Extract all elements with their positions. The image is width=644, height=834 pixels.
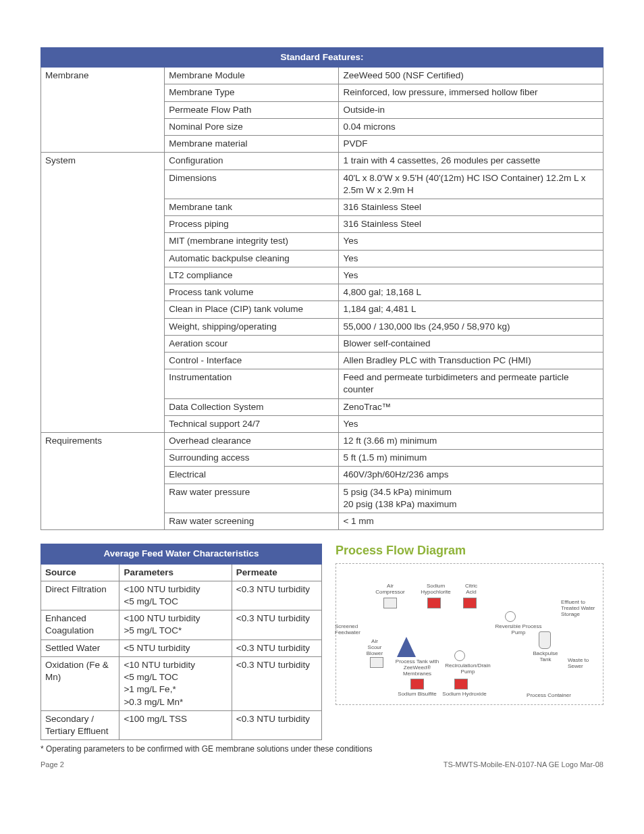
table-row: Secondary / Tertiary Effluent<100 mg/L T…: [41, 710, 322, 739]
feedwater-body: Direct Filtration<100 NTU turbidity<5 mg…: [41, 581, 322, 739]
param-label: Weight, shipping/operating: [165, 318, 339, 335]
parameters-cell: <100 NTU turbidity<5 mg/L TOC: [119, 581, 232, 610]
air-compressor-label: AirCompressor: [373, 583, 407, 595]
reversible-pump-label: Reversible ProcessPump: [491, 623, 545, 635]
table-header: Standard Features:: [41, 48, 603, 68]
backpulse-tank-icon: [539, 631, 551, 649]
backpulse-tank-label: BackpulseTank: [529, 650, 562, 662]
param-value: 5 psig (34.5 kPa) minimum20 psig (138 kP…: [339, 484, 603, 513]
effluent-label: Effluent toTreated WaterStorage: [561, 599, 601, 617]
param-value: Blower self-contained: [339, 335, 603, 352]
param-label: Data Collection System: [165, 398, 339, 415]
col-header: Permeate: [232, 564, 321, 581]
group-label: System: [41, 153, 165, 433]
recirc-pump-label: Recirculation/DrainPump: [441, 662, 495, 675]
param-label: Instrumentation: [165, 369, 339, 398]
param-label: Raw water pressure: [165, 484, 339, 513]
param-value: Yes: [339, 233, 603, 250]
param-label: Technical support 24/7: [165, 415, 339, 432]
group-label: Membrane: [41, 68, 165, 153]
param-value: Allen Bradley PLC with Transduction PC (…: [339, 352, 603, 369]
param-label: Electrical: [165, 467, 339, 484]
table-row: SystemConfiguration1 train with 4 casset…: [41, 153, 603, 170]
source-cell: Settled Water: [41, 640, 119, 656]
param-value: ZeeWeed 500 (NSF Certified): [339, 68, 603, 84]
param-value: PVDF: [339, 136, 603, 153]
param-value: Yes: [339, 267, 603, 284]
param-value: Yes: [339, 250, 603, 267]
param-label: Surrounding access: [165, 450, 339, 467]
source-cell: Secondary / Tertiary Effluent: [41, 710, 119, 739]
param-value: 316 Stainless Steel: [339, 216, 603, 233]
param-value: 1 train with 4 cassettes, 26 modules per…: [339, 153, 603, 170]
param-value: 1,184 gal; 4,481 L: [339, 301, 603, 318]
table-row: Settled Water<5 NTU turbidity<0.3 NTU tu…: [41, 640, 322, 656]
param-value: Reinforced, low pressure, immersed hollo…: [339, 84, 603, 101]
features-body: MembraneMembrane ModuleZeeWeed 500 (NSF …: [41, 68, 603, 530]
sodium-hypo-label: SodiumHypochlorite: [417, 583, 454, 595]
blower-icon: [370, 657, 383, 668]
param-label: MIT (membrane integrity test): [165, 233, 339, 250]
param-label: Overhead clearance: [165, 433, 339, 450]
param-value: Feed and permeate turbidimeters and perm…: [339, 369, 603, 398]
param-value: 460V/3ph/60Hz/236 amps: [339, 467, 603, 484]
feedwater-table: Average Feed Water Characteristics Sourc…: [41, 544, 322, 740]
chem-feed-icon: [427, 598, 441, 608]
param-label: Automatic backpulse cleaning: [165, 250, 339, 267]
param-label: Control - Interface: [165, 352, 339, 369]
param-label: Raw water screening: [165, 513, 339, 530]
param-label: Configuration: [165, 153, 339, 170]
parameters-cell: <100 mg/L TSS: [119, 710, 232, 739]
param-label: Membrane Module: [165, 68, 339, 84]
param-value: 5 ft (1.5 m) minimum: [339, 450, 603, 467]
table-row: Oxidation (Fe & Mn)<10 NTU turbidity<5 m…: [41, 656, 322, 710]
flow-diagram-title: Process Flow Diagram: [336, 544, 603, 558]
param-value: ZenoTrac™: [339, 398, 603, 415]
parameters-cell: <5 NTU turbidity: [119, 640, 232, 656]
chem-feed-icon: [410, 679, 424, 689]
param-label: Process tank volume: [165, 284, 339, 301]
table-row: Enhanced Coagulation<100 NTU turbidity>5…: [41, 610, 322, 640]
permeate-cell: <0.3 NTU turbidity: [232, 581, 321, 610]
source-cell: Direct Filtration: [41, 581, 119, 610]
param-value: 316 Stainless Steel: [339, 199, 603, 215]
chem-feed-icon: [454, 679, 468, 689]
param-value: 12 ft (3.66 m) minimum: [339, 433, 603, 450]
col-header: Source: [41, 564, 119, 581]
param-value: 55,000 / 130,000 lbs (24,950 / 58,970 kg…: [339, 318, 603, 335]
permeate-cell: <0.3 NTU turbidity: [232, 640, 321, 656]
param-label: Membrane material: [165, 136, 339, 153]
param-value: 4,800 gal; 18,168 L: [339, 284, 603, 301]
param-label: Membrane Type: [165, 84, 339, 101]
footnote: * Operating parameters to be confirmed w…: [41, 744, 603, 754]
param-value: < 1 mm: [339, 513, 603, 530]
sodium-bisulfite-label: Sodium Bisulfite: [394, 691, 441, 697]
standard-features-table: Standard Features: MembraneMembrane Modu…: [41, 47, 603, 530]
col-header: Parameters: [119, 564, 232, 581]
footer-doc-id: TS-MWTS-Mobile-EN-0107-NA GE Logo Mar-08: [444, 760, 603, 768]
table-header: Average Feed Water Characteristics: [41, 544, 322, 564]
air-scour-label: AirScourBlower: [363, 638, 386, 656]
param-label: Permeate Flow Path: [165, 101, 339, 118]
source-cell: Enhanced Coagulation: [41, 610, 119, 640]
param-label: Membrane tank: [165, 199, 339, 215]
param-value: Outside-in: [339, 101, 603, 118]
permeate-cell: <0.3 NTU turbidity: [232, 656, 321, 710]
permeate-cell: <0.3 NTU turbidity: [232, 610, 321, 640]
permeate-cell: <0.3 NTU turbidity: [232, 710, 321, 739]
compressor-icon: [383, 598, 397, 608]
pump-icon: [454, 650, 465, 661]
table-row: MembraneMembrane ModuleZeeWeed 500 (NSF …: [41, 68, 603, 84]
process-flow-diagram: AirCompressor SodiumHypochlorite CitricA…: [336, 563, 603, 705]
chem-feed-icon: [463, 598, 477, 608]
param-label: Process piping: [165, 216, 339, 233]
param-value: Yes: [339, 415, 603, 432]
parameters-cell: <100 NTU turbidity>5 mg/L TOC*: [119, 610, 232, 640]
param-value: 0.04 microns: [339, 118, 603, 135]
screened-feedwater-label: ScreenedFeedwater: [335, 623, 367, 635]
param-label: LT2 compliance: [165, 267, 339, 284]
sodium-hydroxide-label: Sodium Hydroxide: [437, 691, 491, 697]
process-tank-icon: [397, 637, 416, 657]
param-label: Aeration scour: [165, 335, 339, 352]
table-row: Direct Filtration<100 NTU turbidity<5 mg…: [41, 581, 322, 610]
